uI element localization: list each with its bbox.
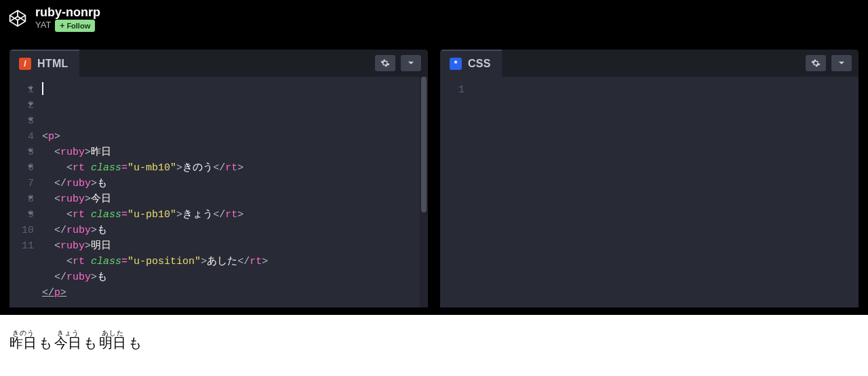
fold-caret-icon[interactable] — [28, 149, 33, 153]
codepen-logo-icon — [8, 9, 27, 28]
editors-row: / HTML 1234567891011 <p> <ruby>昨日 <rt cl… — [0, 37, 868, 307]
fold-caret-icon[interactable] — [28, 102, 33, 106]
css-gutter: 1 — [440, 77, 470, 307]
line-number: 10 — [9, 223, 34, 238]
ruby-word: 明日あした — [99, 335, 126, 350]
ruby-word: 今日きょう — [54, 335, 81, 350]
code-line[interactable]: </ruby>も — [42, 176, 428, 191]
ruby-reading: あした — [99, 329, 126, 337]
page-header: ruby-nonrp YAT + Follow — [0, 0, 868, 37]
line-number: 2 — [9, 98, 34, 113]
particle: も — [39, 335, 52, 350]
html-panel-label: HTML — [37, 58, 68, 70]
css-tab[interactable]: * CSS — [440, 50, 502, 77]
result-preview: 昨日きのうも今日きょうも明日あしたも — [0, 315, 868, 376]
code-line[interactable]: <p> — [42, 129, 428, 145]
pen-title: ruby-nonrp — [35, 5, 100, 20]
html-lang-icon: / — [19, 58, 31, 70]
html-panel: / HTML 1234567891011 <p> <ruby>昨日 <rt cl… — [9, 50, 428, 307]
code-line[interactable]: </ruby>も — [42, 223, 428, 238]
fold-caret-icon[interactable] — [28, 196, 33, 200]
code-line[interactable]: </p> — [42, 285, 428, 301]
line-number: 11 — [9, 238, 34, 254]
html-code[interactable]: <p> <ruby>昨日 <rt class="u-mb10">きのう</rt>… — [39, 77, 428, 307]
ruby-reading: きょう — [54, 329, 81, 337]
html-collapse-button[interactable] — [401, 55, 421, 71]
chevron-down-icon — [837, 58, 846, 68]
fold-caret-icon[interactable] — [28, 87, 33, 90]
chevron-down-icon — [406, 58, 416, 68]
output-paragraph: 昨日きのうも今日きょうも明日あしたも — [9, 330, 859, 352]
ruby-word: 昨日きのう — [9, 335, 37, 350]
line-number: 1 — [440, 82, 465, 98]
code-line[interactable]: </ruby>も — [42, 269, 428, 285]
html-panel-header: / HTML — [9, 50, 428, 77]
html-gutter: 1234567891011 — [9, 77, 39, 307]
follow-button[interactable]: + Follow — [55, 20, 95, 32]
pen-author[interactable]: YAT — [35, 20, 51, 31]
text-cursor — [42, 82, 43, 95]
code-line[interactable]: <rt class="u-position">あした</rt> — [42, 254, 428, 269]
code-line[interactable]: <rt class="u-pb10">きょう</rt> — [42, 207, 428, 223]
css-code[interactable] — [470, 77, 859, 307]
ruby-reading: きのう — [9, 329, 37, 337]
code-line[interactable]: <ruby>明日 — [42, 238, 428, 254]
gear-icon — [811, 58, 821, 68]
css-lang-icon: * — [450, 58, 462, 70]
css-panel: * CSS 1 — [440, 50, 859, 307]
code-line[interactable]: <rt class="u-mb10">きのう</rt> — [42, 160, 428, 176]
css-collapse-button[interactable] — [831, 55, 852, 71]
css-panel-header: * CSS — [440, 50, 859, 77]
particle: も — [128, 335, 142, 350]
line-number: 9 — [9, 207, 34, 223]
html-editor[interactable]: 1234567891011 <p> <ruby>昨日 <rt class="u-… — [9, 77, 428, 307]
html-settings-button[interactable] — [375, 55, 395, 71]
fold-caret-icon[interactable] — [28, 165, 33, 168]
line-number: 5 — [9, 145, 34, 160]
line-number: 7 — [9, 176, 34, 191]
particle: も — [83, 335, 97, 350]
css-settings-button[interactable] — [806, 55, 826, 71]
html-scrollbar[interactable] — [420, 77, 428, 307]
line-number: 8 — [9, 191, 34, 207]
html-scroll-thumb[interactable] — [421, 77, 427, 212]
line-number: 4 — [9, 129, 34, 145]
line-number: 6 — [9, 160, 34, 176]
html-tab[interactable]: / HTML — [9, 50, 79, 77]
plus-icon: + — [60, 21, 64, 31]
pen-meta: ruby-nonrp YAT + Follow — [35, 5, 100, 32]
css-editor[interactable]: 1 — [440, 77, 859, 307]
css-panel-label: CSS — [468, 58, 491, 70]
line-number: 3 — [9, 113, 34, 129]
gear-icon — [380, 58, 390, 68]
code-line[interactable]: <ruby>昨日 — [42, 145, 428, 160]
follow-label: Follow — [66, 22, 90, 30]
line-number: 1 — [9, 82, 34, 98]
fold-caret-icon[interactable] — [28, 212, 33, 215]
fold-caret-icon[interactable] — [28, 118, 33, 121]
code-line[interactable]: <ruby>今日 — [42, 191, 428, 207]
